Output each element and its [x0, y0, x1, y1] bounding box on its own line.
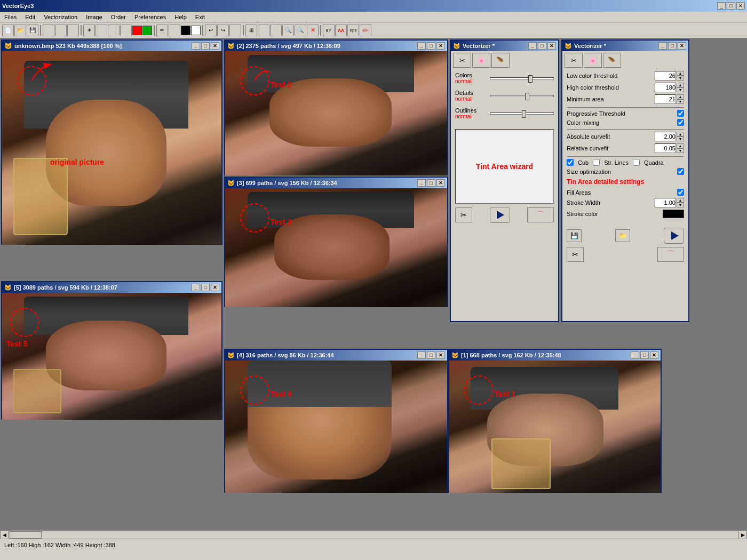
scroll-thumb-h[interactable]: [10, 531, 42, 539]
vec-left-tab3[interactable]: 🪶: [491, 53, 510, 68]
vec-right-action2[interactable]: 📁: [615, 229, 630, 242]
vec-right-action1[interactable]: 💾: [567, 229, 582, 242]
vec1-max[interactable]: □: [640, 351, 649, 359]
toolbar-btn6[interactable]: [67, 25, 79, 36]
vec-left-action1[interactable]: ✂: [455, 207, 472, 222]
low-color-up[interactable]: ▲: [677, 71, 684, 76]
details-slider[interactable]: [490, 95, 554, 97]
toolbar-new[interactable]: 📄: [2, 25, 14, 36]
vec-left-close[interactable]: ✕: [547, 42, 556, 50]
toolbar-btn11[interactable]: ✏: [156, 25, 168, 36]
vec2-close[interactable]: ✕: [436, 42, 445, 50]
vec-right-action3[interactable]: ✂: [567, 247, 584, 262]
orig-close[interactable]: ✕: [211, 42, 219, 50]
menu-order[interactable]: Order: [107, 13, 130, 21]
high-color-up[interactable]: ▲: [677, 83, 684, 87]
vec-left-min[interactable]: _: [528, 42, 537, 50]
minimize-button[interactable]: _: [717, 2, 726, 10]
vec5-close[interactable]: ✕: [211, 284, 219, 291]
toolbar-color4[interactable]: [191, 26, 201, 35]
min-area-input[interactable]: [655, 94, 676, 104]
quadra-check[interactable]: [633, 159, 640, 166]
toolbar-btn7[interactable]: ☀: [83, 25, 95, 36]
vec-right-tab1[interactable]: ✂: [565, 53, 583, 68]
menu-preferences[interactable]: Preferences: [130, 13, 170, 21]
vec-right-action4[interactable]: ⌒: [657, 247, 684, 262]
menu-files[interactable]: Files: [0, 13, 21, 21]
toolbar-btn5[interactable]: [55, 25, 67, 36]
rel-curvefit-down[interactable]: ▼: [677, 148, 684, 153]
vec-left-tab1[interactable]: ✂: [453, 53, 471, 68]
min-area-down[interactable]: ▼: [677, 99, 684, 104]
vec-left-tab2[interactable]: 🌸: [472, 53, 490, 68]
toolbar-btn25[interactable]: ✏: [360, 25, 371, 36]
fill-areas-check[interactable]: [677, 189, 684, 196]
toolbar-btn17[interactable]: [258, 25, 269, 36]
toolbar-zoom-out[interactable]: 🔍: [282, 25, 294, 36]
vec-right-min[interactable]: _: [658, 42, 667, 50]
toolbar-btn24[interactable]: eps: [347, 25, 359, 36]
high-color-down[interactable]: ▼: [677, 87, 684, 92]
stroke-width-up[interactable]: ▲: [677, 198, 684, 203]
abs-curvefit-input[interactable]: [655, 132, 676, 141]
rel-curvefit-up[interactable]: ▲: [677, 143, 684, 148]
vec4-min[interactable]: _: [417, 351, 426, 359]
vec5-max[interactable]: □: [201, 284, 210, 291]
vec-right-tab3[interactable]: 🪶: [603, 53, 621, 68]
stroke-width-input[interactable]: [655, 198, 676, 207]
vec-left-max[interactable]: □: [538, 42, 546, 50]
menu-edit[interactable]: Edit: [21, 13, 39, 21]
toolbar-btn9[interactable]: [108, 25, 120, 36]
menu-image[interactable]: Image: [82, 13, 107, 21]
vec-right-tab2[interactable]: 🌸: [584, 53, 602, 68]
toolbar-btn15[interactable]: [229, 25, 241, 36]
toolbar-zoom-in[interactable]: 🔍: [295, 25, 306, 36]
str-lines-check[interactable]: [593, 159, 600, 166]
vec2-min[interactable]: _: [417, 42, 426, 50]
vec2-titlebar[interactable]: 🐱[2] 2375 paths / svg 497 Kb / 12:36:09 …: [225, 41, 447, 51]
vec-left-action2[interactable]: ⌒: [527, 207, 554, 222]
vec-right-close[interactable]: ✕: [678, 42, 686, 50]
toolbar-open[interactable]: 📂: [14, 25, 26, 36]
toolbar-undo[interactable]: ↩: [205, 25, 217, 36]
toolbar-btn8[interactable]: [96, 25, 107, 36]
close-button[interactable]: ✕: [736, 2, 745, 10]
scroll-right-btn[interactable]: ▶: [738, 531, 747, 539]
vec1-close[interactable]: ✕: [650, 351, 658, 359]
toolbar-color2[interactable]: [142, 26, 152, 35]
prog-threshold-check[interactable]: [677, 110, 684, 117]
menu-help[interactable]: Help: [170, 13, 191, 21]
vec-right-max[interactable]: □: [668, 42, 677, 50]
stroke-color-swatch[interactable]: [663, 210, 684, 218]
min-area-up[interactable]: ▲: [677, 94, 684, 99]
scrollbar-horizontal[interactable]: ◀ ▶: [0, 530, 747, 539]
vec4-max[interactable]: □: [427, 351, 435, 359]
toolbar-btn23[interactable]: ΛΛ: [335, 25, 347, 36]
maximize-button[interactable]: □: [727, 2, 735, 10]
color-mixing-check[interactable]: [677, 119, 684, 126]
vec3-titlebar[interactable]: 🐱[3] 699 paths / svg 156 Kb / 12:36:34 _…: [225, 178, 447, 188]
vec3-max[interactable]: □: [427, 179, 435, 187]
vec5-titlebar[interactable]: 🐱[5] 3089 paths / svg 594 Kb / 12:38:07 …: [2, 282, 221, 293]
toolbar-color3[interactable]: [181, 26, 190, 35]
vec5-min[interactable]: _: [192, 284, 200, 291]
rel-curvefit-input[interactable]: [655, 143, 676, 153]
outlines-slider[interactable]: [490, 113, 554, 115]
toolbar-btn22[interactable]: sY: [323, 25, 335, 36]
vec4-titlebar[interactable]: 🐱[4] 316 paths / svg 86 Kb / 12:36:44 _ …: [225, 350, 447, 361]
abs-curvefit-up[interactable]: ▲: [677, 132, 684, 137]
toolbar-btn12[interactable]: [169, 25, 180, 36]
vec4-close[interactable]: ✕: [436, 351, 445, 359]
vec1-min[interactable]: _: [631, 351, 639, 359]
colors-slider[interactable]: [490, 77, 554, 79]
vec-left-play[interactable]: [490, 207, 510, 223]
toolbar-btn18[interactable]: [270, 25, 282, 36]
toolbar-grid[interactable]: ⊞: [245, 25, 257, 36]
high-color-input[interactable]: [655, 83, 676, 92]
cub-check[interactable]: [567, 159, 574, 166]
menu-exit[interactable]: Exit: [191, 13, 209, 21]
toolbar-color1[interactable]: [132, 26, 142, 35]
vec3-min[interactable]: _: [417, 179, 426, 187]
low-color-down[interactable]: ▼: [677, 76, 684, 81]
toolbar-save[interactable]: 💾: [27, 25, 38, 36]
